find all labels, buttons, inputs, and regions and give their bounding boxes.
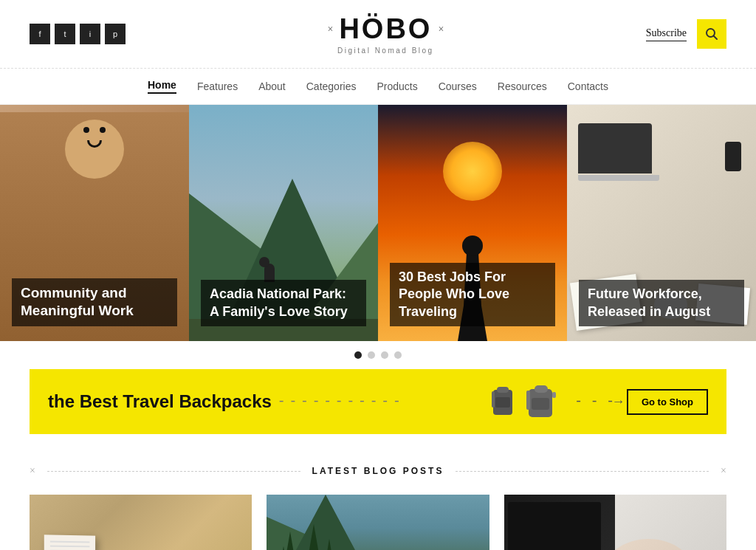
nav-item-home[interactable]: Home [148,79,176,94]
navigation: Home Features About Categories Products … [0,69,756,105]
go-to-shop-button[interactable]: Go to Shop [627,389,708,415]
blog-x-right: × [721,465,726,477]
banner-arrow: - - -→ [574,394,622,409]
slide-1[interactable]: Community and Meaningful Work [0,105,189,341]
pinterest-icon[interactable]: p [105,24,126,44]
nav-item-courses[interactable]: Courses [439,80,477,92]
nav-item-contacts[interactable]: Contacts [568,80,608,92]
dot-2[interactable] [368,351,375,359]
blog-card-2[interactable]: Productivity [267,495,489,550]
logo-area: × HÖBO × Digital Nomad Blog [327,13,444,55]
blog-cards: Productivity Productivity Goal Se [0,489,756,550]
slide-2-title: Acadia National Park: A Family's Love St… [201,280,366,326]
slide-4-overlay: Future Workforce, Released in August [579,280,744,326]
logo-subtitle: Digital Nomad Blog [327,47,444,55]
facebook-icon[interactable]: f [30,24,50,44]
blog-card-2-image [267,495,489,550]
svg-rect-9 [552,392,556,398]
backpack-icon-1 [487,382,518,421]
slide-1-overlay: Community and Meaningful Work [12,278,177,326]
promo-banner: the Best Travel Backpacks - - - - - - - … [30,369,726,434]
header: f t i p × HÖBO × Digital Nomad Blog Subs… [0,0,756,69]
svg-rect-8 [532,398,549,410]
slide-3[interactable]: 30 Best Jobs For People Who Love Traveli… [378,105,567,341]
slide-1-title: Community and Meaningful Work [12,278,177,326]
logo-title: HÖBO [339,13,432,45]
twitter-icon[interactable]: t [55,24,75,44]
logo-x-right: × [438,24,444,35]
blog-section-header: × LATEST BLOG POSTS × [0,449,756,489]
blog-card-3-image [504,495,726,550]
banner-text: the Best Travel Backpacks [48,391,272,413]
slide-2[interactable]: Acadia National Park: A Family's Love St… [189,105,378,341]
nav-item-categories[interactable]: Categories [306,80,357,92]
svg-rect-7 [535,385,548,393]
search-button[interactable] [697,19,726,49]
subscribe-button[interactable]: Subscribe [646,27,687,41]
logo-x-left: × [327,24,333,35]
slide-3-title: 30 Best Jobs For People Who Love Traveli… [390,263,555,326]
blog-section-title: LATEST BLOG POSTS [312,466,444,476]
svg-rect-3 [497,387,509,393]
header-actions: Subscribe [646,19,726,49]
blog-x-left: × [30,465,35,477]
backpack-icon-2 [524,382,563,422]
blog-card-1[interactable]: Productivity [30,495,252,550]
social-icons: f t i p [30,24,126,44]
search-icon [705,27,718,41]
backpack-icons [487,382,563,422]
dot-3[interactable] [381,351,388,359]
blog-card-1-image [30,495,252,550]
instagram-icon[interactable]: i [80,24,100,44]
blog-card-3[interactable]: Goal Setting Productivity [504,495,726,550]
svg-rect-4 [495,397,510,408]
slider-dots [0,341,756,369]
nav-item-features[interactable]: Features [197,80,238,92]
nav-item-resources[interactable]: Resources [498,80,547,92]
svg-rect-5 [492,391,495,408]
slide-4[interactable]: Future Workforce, Released in August [567,105,756,341]
slide-3-overlay: 30 Best Jobs For People Who Love Traveli… [390,263,555,326]
dot-1[interactable] [354,351,362,359]
slider: Community and Meaningful Work Acadia Nat… [0,105,756,341]
nav-item-products[interactable]: Products [377,80,417,92]
slide-2-overlay: Acadia National Park: A Family's Love St… [201,280,366,326]
dot-4[interactable] [394,351,402,359]
nav-item-about[interactable]: About [258,80,286,92]
svg-rect-10 [526,391,530,410]
banner-dashes: - - - - - - - - - - - [278,394,481,409]
svg-line-1 [714,36,718,40]
slide-4-title: Future Workforce, Released in August [579,280,744,326]
